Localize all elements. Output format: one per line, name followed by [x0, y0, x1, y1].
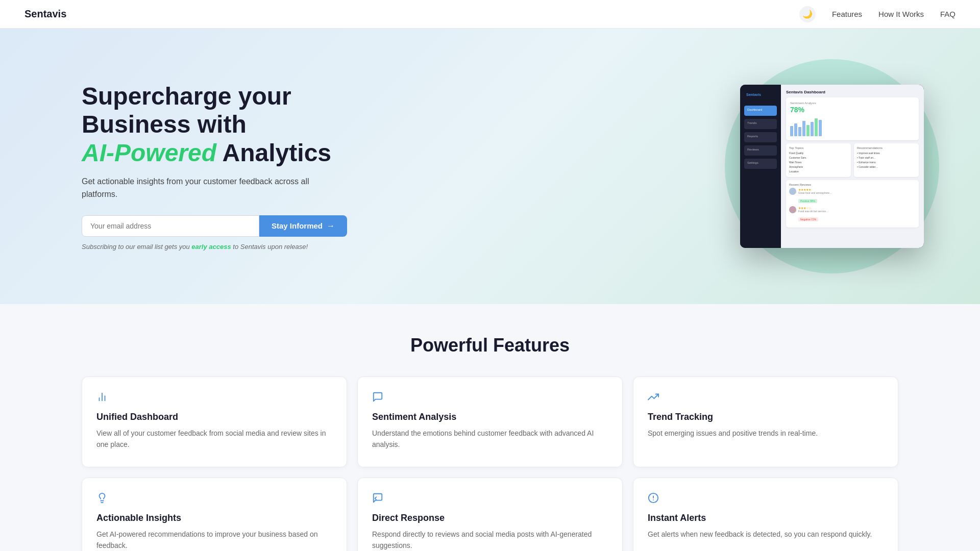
hero-title: Supercharge your Business with AI-Powere…	[82, 82, 347, 167]
mock-avatar-1	[789, 188, 796, 195]
logo: Sentavis	[24, 8, 66, 20]
alert-circle-icon	[648, 492, 884, 507]
mock-main: Sentavis Dashboard Sentiment Analysis 78…	[781, 85, 924, 248]
feature-name-3: Trend Tracking	[648, 412, 884, 422]
mock-sidebar-trends: Trends	[744, 119, 777, 129]
feature-desc-3: Spot emerging issues and positive trends…	[648, 428, 884, 439]
hero-title-green: AI-Powered	[82, 139, 216, 166]
nav-links: 🌙 Features How It Works FAQ	[799, 6, 955, 22]
message-reply-icon	[372, 492, 608, 507]
mock-sidebar-reports: Reports	[744, 132, 777, 142]
arrow-icon: →	[327, 221, 335, 231]
features-grid: Unified Dashboard View all of your custo…	[82, 377, 898, 551]
mock-sidebar: Sentavis Dashboard Trends Reports Review…	[740, 85, 781, 248]
feature-name-6: Instant Alerts	[648, 513, 884, 523]
hero-content: Supercharge your Business with AI-Powere…	[82, 82, 347, 251]
trending-up-icon	[648, 391, 884, 406]
mock-topics: Top Topics Food QualityCustomer Serv.Wai…	[786, 143, 851, 177]
email-form: Stay Informed →	[82, 215, 347, 237]
feature-desc-6: Get alerts when new feedback is detected…	[648, 529, 884, 540]
features-section: Powerful Features Unified Dashboard View…	[0, 304, 980, 551]
bar-chart-icon	[96, 391, 332, 406]
mock-metric-value: 78%	[790, 106, 915, 114]
dashboard-mockup: Sentavis Dashboard Trends Reports Review…	[740, 85, 924, 248]
mock-avatar-2	[789, 206, 796, 213]
feature-name-1: Unified Dashboard	[96, 412, 332, 422]
feature-name-5: Direct Response	[372, 513, 608, 523]
feature-name-4: Actionable Insights	[96, 513, 332, 523]
feature-unified-dashboard: Unified Dashboard View all of your custo…	[82, 377, 347, 467]
feature-sentiment-analysis: Sentiment Analysis Understand the emotio…	[357, 377, 623, 467]
feature-actionable-insights: Actionable Insights Get AI-powered recom…	[82, 478, 347, 551]
nav-how-it-works[interactable]: How It Works	[878, 10, 924, 18]
mock-review-2: ★★★☆☆ Food was ok but service… Negative …	[789, 206, 916, 222]
feature-trend-tracking: Trend Tracking Spot emerging issues and …	[633, 377, 898, 467]
mock-sentiment-card: Sentiment Analysis 78%	[786, 97, 919, 140]
mock-recommendations: Recommendations • Improve wait times• Tr…	[854, 143, 919, 177]
mock-reviews: Recent Reviews ★★★★★ Great food and atmo…	[786, 180, 919, 228]
hero-section: Supercharge your Business with AI-Powere…	[0, 29, 980, 304]
nav-features[interactable]: Features	[832, 10, 862, 18]
feature-instant-alerts: Instant Alerts Get alerts when new feedb…	[633, 478, 898, 551]
subscribe-note: Subscribing to our email list gets you e…	[82, 243, 347, 251]
stay-informed-button[interactable]: Stay Informed →	[259, 215, 347, 237]
mock-sidebar-reviews: Reviews	[744, 145, 777, 156]
navbar: Sentavis 🌙 Features How It Works FAQ	[0, 0, 980, 29]
mock-chart	[790, 116, 915, 136]
hero-subtitle: Get actionable insights from your custom…	[82, 175, 347, 201]
feature-desc-2: Understand the emotions behind customer …	[372, 428, 608, 450]
mock-bottom-row: Top Topics Food QualityCustomer Serv.Wai…	[786, 143, 919, 177]
mock-dashboard-title: Sentavis Dashboard	[786, 90, 919, 94]
hero-illustration: Sentavis Dashboard Trends Reports Review…	[725, 59, 939, 273]
feature-direct-response: Direct Response Respond directly to revi…	[357, 478, 623, 551]
mock-logo: Sentavis	[744, 91, 777, 98]
theme-toggle[interactable]: 🌙	[799, 6, 816, 22]
email-input[interactable]	[82, 215, 259, 237]
feature-desc-1: View all of your customer feedback from …	[96, 428, 332, 450]
features-title: Powerful Features	[82, 335, 898, 356]
lightbulb-icon	[96, 492, 332, 507]
mock-review-1: ★★★★★ Great food and atmosphere… Positiv…	[789, 188, 916, 204]
message-circle-icon	[372, 391, 608, 406]
mock-sidebar-dashboard: Dashboard	[744, 106, 777, 116]
feature-desc-5: Respond directly to reviews and social m…	[372, 529, 608, 551]
hero-circle: Sentavis Dashboard Trends Reports Review…	[725, 59, 939, 273]
feature-name-2: Sentiment Analysis	[372, 412, 608, 422]
mock-sidebar-settings: Settings	[744, 159, 777, 169]
nav-faq[interactable]: FAQ	[940, 10, 955, 18]
feature-desc-4: Get AI-powered recommendations to improv…	[96, 529, 332, 551]
